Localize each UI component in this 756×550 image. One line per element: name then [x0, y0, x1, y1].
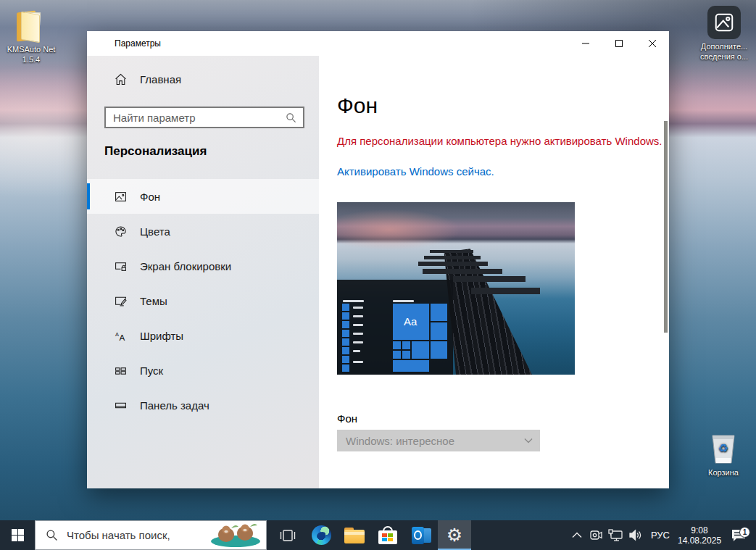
task-view-button[interactable]: [271, 520, 304, 550]
window-title: Параметры: [115, 38, 161, 49]
home-icon: [115, 73, 127, 86]
start-layout-icon: [115, 364, 127, 377]
minimize-button[interactable]: [569, 31, 602, 56]
recycle-bin-icon: ♻: [707, 431, 740, 466]
windows-logo-icon: [12, 529, 24, 541]
lock-screen-icon: [115, 260, 127, 272]
clock-date: 14.08.2025: [678, 536, 721, 546]
activate-windows-link[interactable]: Активировать Windows сейчас.: [337, 165, 494, 178]
desktop-icon-recycle-bin[interactable]: ♻ Корзина: [692, 431, 755, 478]
close-button[interactable]: [636, 31, 669, 56]
action-center-button[interactable]: 1: [724, 528, 753, 543]
search-placeholder: Найти параметр: [106, 112, 286, 124]
activation-warning-text: Для персонализации компьютера нужно акти…: [337, 135, 662, 147]
desktop-icon-info[interactable]: Дополните... сведения о...: [693, 6, 755, 62]
sidebar-item-label: Шрифты: [140, 330, 183, 342]
taskbar-search-input[interactable]: Чтобы начать поиск,: [35, 520, 267, 550]
outlook-icon: [412, 526, 431, 545]
sidebar-item-background[interactable]: Фон: [87, 179, 319, 214]
taskbar-search-placeholder: Чтобы начать поиск,: [67, 529, 170, 541]
maximize-icon: [615, 39, 623, 48]
search-icon: [46, 529, 58, 541]
titlebar[interactable]: Параметры: [87, 31, 669, 56]
background-icon: [115, 191, 127, 203]
taskbar-icon: [115, 399, 127, 412]
start-button[interactable]: [0, 520, 35, 550]
settings-sidebar: Главная Найти параметр Персонализация Фо…: [87, 56, 319, 488]
language-indicator[interactable]: РУС: [646, 530, 675, 541]
background-preview-image: Aa: [337, 202, 575, 375]
background-dropdown-value: Windows: интересное: [346, 435, 454, 447]
sidebar-item-colors[interactable]: Цвета: [87, 214, 319, 249]
close-icon: [648, 39, 657, 48]
task-view-icon: [280, 528, 296, 543]
folder-open-icon: [12, 10, 50, 42]
volume-icon: [628, 529, 642, 541]
desktop-icon-label: 1.5.4: [0, 54, 62, 64]
page-title: Фон: [337, 93, 378, 118]
background-dropdown-label: Фон: [337, 412, 357, 425]
taskbar: Чтобы начать поиск,: [0, 520, 756, 550]
fonts-icon: A A: [115, 330, 127, 342]
chevron-up-icon: [572, 532, 582, 538]
clock[interactable]: 9:08 14.08.2025: [676, 525, 723, 546]
system-tray: РУС 9:08 14.08.2025 1: [568, 520, 756, 550]
meet-now-camera-icon: [589, 529, 603, 541]
desktop-icon-label: Корзина: [692, 467, 755, 478]
file-explorer-icon: [344, 528, 365, 543]
network-ethernet-icon: [608, 529, 623, 541]
sidebar-item-label: Панель задач: [140, 399, 209, 412]
store-button[interactable]: [371, 520, 404, 550]
palette-icon: [115, 225, 127, 238]
sidebar-item-label: Пуск: [140, 364, 163, 377]
edge-icon: [312, 525, 331, 545]
sidebar-item-themes[interactable]: Темы: [87, 283, 319, 318]
photos-icon: [707, 6, 741, 39]
sidebar-item-label: Темы: [140, 295, 167, 307]
preview-start-menu-overlay: Aa: [337, 280, 453, 375]
clock-time: 9:08: [678, 525, 721, 536]
edge-button[interactable]: [304, 520, 338, 550]
settings-app-button[interactable]: ⚙: [438, 520, 471, 550]
settings-search-input[interactable]: Найти параметр: [104, 107, 304, 128]
sidebar-item-start[interactable]: Пуск: [87, 353, 319, 388]
sidebar-item-home[interactable]: Главная: [115, 73, 181, 86]
search-highlight-image[interactable]: [207, 522, 264, 550]
tray-network-button[interactable]: [607, 520, 625, 550]
sidebar-item-label: Фон: [140, 191, 160, 203]
desktop-icon-kmsauto[interactable]: KMSAuto Net 1.5.4: [0, 10, 62, 64]
sidebar-item-lock-screen[interactable]: Экран блокировки: [87, 249, 319, 283]
background-dropdown[interactable]: Windows: интересное: [337, 430, 540, 451]
sidebar-item-taskbar[interactable]: Панель задач: [87, 388, 319, 422]
themes-icon: [115, 295, 127, 307]
desktop-icon-label: KMSAuto Net: [0, 44, 62, 54]
outlook-button[interactable]: [404, 520, 438, 550]
tray-chevron-up-button[interactable]: [568, 520, 586, 550]
svg-text:A: A: [119, 332, 125, 341]
sidebar-item-fonts[interactable]: A A Шрифты: [87, 318, 319, 353]
search-icon: [286, 112, 303, 123]
desktop-icon-label: сведения о...: [693, 51, 755, 62]
tray-volume-button[interactable]: [626, 520, 644, 550]
maximize-button[interactable]: [602, 31, 636, 56]
tray-meet-now-button[interactable]: [587, 520, 605, 550]
notification-badge: 1: [739, 527, 750, 538]
preview-aa-text: Aa: [404, 315, 417, 328]
gear-icon: ⚙: [446, 526, 462, 544]
sidebar-item-label: Экран блокировки: [140, 260, 231, 272]
svg-text:♻: ♻: [718, 442, 728, 454]
sidebar-section-title: Персонализация: [104, 144, 207, 159]
settings-main-pane: Фон Для персонализации компьютера нужно …: [319, 56, 669, 488]
file-explorer-button[interactable]: [338, 520, 371, 550]
sidebar-home-label: Главная: [140, 73, 181, 86]
sidebar-nav: Фон Цвета Экран блокировки: [87, 179, 319, 422]
desktop-icon-label: Дополните...: [693, 41, 755, 51]
store-icon: [378, 526, 397, 544]
svg-text:A: A: [115, 330, 119, 337]
sidebar-item-label: Цвета: [140, 225, 170, 238]
vertical-scrollbar[interactable]: [664, 121, 668, 333]
settings-window: Параметры Главная Найти параметр: [87, 31, 669, 488]
chevron-down-icon: [524, 438, 533, 443]
minimize-icon: [581, 39, 590, 48]
